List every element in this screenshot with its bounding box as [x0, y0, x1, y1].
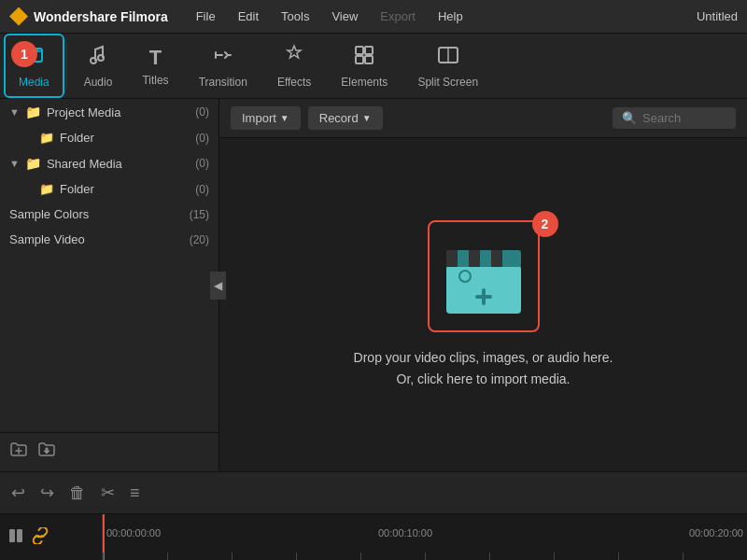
search-icon: 🔍 — [622, 111, 637, 125]
bottom-toolbar: ↩ ↪ 🗑 ✂ ≡ — [0, 471, 747, 513]
project-media-header[interactable]: ▼ 📁 Project Media (0) — [0, 99, 218, 125]
folder-icon-2: 📁 — [39, 182, 54, 196]
content-toolbar: Import ▼ Record ▼ 🔍 — [219, 99, 747, 138]
timeline-marker-2: 00:00:20:00 — [689, 527, 743, 539]
sample-colors-count: (15) — [190, 208, 209, 221]
sample-video-count: (20) — [190, 233, 209, 246]
elements-icon — [353, 44, 375, 72]
drop-zone[interactable]: 2 Drop your video clips, images, or audi… — [219, 138, 747, 471]
menu-export[interactable]: Export — [371, 6, 425, 27]
tool-media[interactable]: 1 Media — [4, 34, 64, 98]
timeline-snap-icon[interactable] — [7, 527, 24, 548]
tick-3 — [296, 553, 297, 560]
titles-icon: T — [149, 46, 162, 70]
toolbar: 1 Media Audio T Titles — [0, 34, 747, 99]
svg-rect-3 — [356, 47, 363, 54]
tool-media-label: Media — [19, 76, 49, 89]
timeline-marker-1: 00:00:10:00 — [378, 527, 432, 539]
timeline: 00:00:00:00 00:00:10:00 00:00:20:00 — [0, 513, 747, 560]
clapperboard-svg — [437, 230, 530, 323]
tick-7 — [554, 553, 555, 560]
badge-2: 2 — [532, 211, 558, 237]
tool-split-screen[interactable]: Split Screen — [402, 34, 493, 98]
import-folder-icon[interactable] — [37, 441, 56, 464]
timeline-right: 00:00:00:00 00:00:10:00 00:00:20:00 — [103, 514, 747, 560]
badge-1: 1 — [11, 41, 37, 67]
new-folder-icon[interactable] — [9, 441, 28, 464]
record-button[interactable]: Record ▼ — [308, 106, 383, 130]
shared-media-folder[interactable]: 📁 Folder (0) — [0, 176, 218, 202]
drop-line-2: Or, click here to import media. — [354, 369, 613, 389]
svg-rect-4 — [365, 47, 373, 54]
svg-rect-14 — [9, 529, 15, 542]
shared-media-left: ▼ 📁 Shared Media — [9, 156, 122, 171]
collapse-panel-button[interactable]: ◀ — [210, 272, 226, 300]
svg-rect-6 — [365, 56, 373, 63]
shared-media-folder-label: Folder — [60, 182, 94, 196]
shared-media-folder-icon: 📁 — [25, 156, 41, 171]
menu-file[interactable]: File — [187, 6, 225, 27]
split-screen-icon — [437, 44, 459, 72]
audio-icon — [87, 44, 109, 72]
project-media-label: Project Media — [47, 105, 120, 119]
project-media-folder[interactable]: 📁 Folder (0) — [0, 125, 218, 150]
menu-view[interactable]: View — [322, 6, 367, 27]
timeline-link-icon[interactable] — [32, 527, 49, 548]
app-logo-icon — [9, 7, 28, 26]
tool-elements-label: Elements — [341, 76, 388, 89]
drop-line-1: Drop your video clips, images, or audio … — [354, 347, 613, 368]
folder-icon-1: 📁 — [39, 131, 54, 145]
shared-media-folder-count: (0) — [195, 183, 209, 196]
menu-items: File Edit Tools View Export Help — [187, 6, 472, 27]
svg-point-2 — [98, 55, 104, 61]
divider-1 — [66, 43, 67, 90]
tick-6 — [489, 553, 490, 560]
project-media-left: ▼ 📁 Project Media — [9, 105, 120, 119]
sample-video[interactable]: Sample Video (20) — [0, 227, 218, 252]
window-title: Untitled — [697, 9, 738, 23]
import-button[interactable]: Import ▼ — [231, 106, 301, 130]
svg-point-1 — [91, 58, 96, 63]
menu-edit[interactable]: Edit — [229, 6, 268, 27]
clapperboard-wrapper: 2 — [428, 220, 540, 332]
menu-help[interactable]: Help — [429, 6, 472, 27]
cut-icon[interactable]: ✂ — [101, 483, 115, 503]
sample-video-label: Sample Video — [9, 232, 85, 246]
transition-icon — [212, 44, 234, 72]
project-media-folder-label: Folder — [60, 131, 94, 145]
svg-rect-12 — [491, 250, 502, 267]
clapperboard[interactable] — [428, 220, 540, 332]
tool-effects-label: Effects — [277, 76, 311, 89]
app-logo: Wondershare Filmora — [9, 7, 168, 26]
delete-icon[interactable]: 🗑 — [69, 483, 86, 503]
menu-tools[interactable]: Tools — [272, 6, 318, 27]
timeline-marker-0: 00:00:00:00 — [106, 527, 161, 539]
timeline-left — [0, 514, 103, 560]
search-box: 🔍 — [613, 107, 736, 129]
tick-5 — [425, 553, 426, 560]
shared-media-label: Shared Media — [47, 157, 122, 171]
tool-elements[interactable]: Elements — [326, 34, 402, 98]
svg-rect-5 — [356, 56, 363, 63]
tool-transition[interactable]: Transition — [184, 34, 262, 98]
tool-audio[interactable]: Audio — [69, 34, 128, 98]
main-area: ▼ 📁 Project Media (0) 📁 Folder (0) ▼ 📁 S… — [0, 99, 747, 471]
tick-9 — [683, 553, 684, 560]
tick-0 — [103, 553, 104, 560]
tool-effects[interactable]: Effects — [262, 34, 326, 98]
tool-transition-label: Transition — [199, 76, 247, 89]
tick-4 — [360, 553, 361, 560]
tick-1 — [167, 553, 168, 560]
svg-rect-15 — [17, 529, 22, 542]
record-label: Record — [319, 111, 359, 125]
shared-media-header[interactable]: ▼ 📁 Shared Media (0) — [0, 150, 218, 176]
tool-titles[interactable]: T Titles — [127, 34, 183, 98]
sample-colors[interactable]: Sample Colors (15) — [0, 202, 218, 227]
search-input[interactable] — [642, 111, 726, 125]
shared-media-chevron: ▼ — [9, 158, 20, 169]
settings-icon[interactable]: ≡ — [130, 483, 140, 503]
menu-bar: Wondershare Filmora File Edit Tools View… — [0, 0, 747, 34]
panel-footer — [0, 432, 218, 471]
undo-icon[interactable]: ↩ — [11, 483, 25, 503]
redo-icon[interactable]: ↪ — [40, 483, 54, 503]
